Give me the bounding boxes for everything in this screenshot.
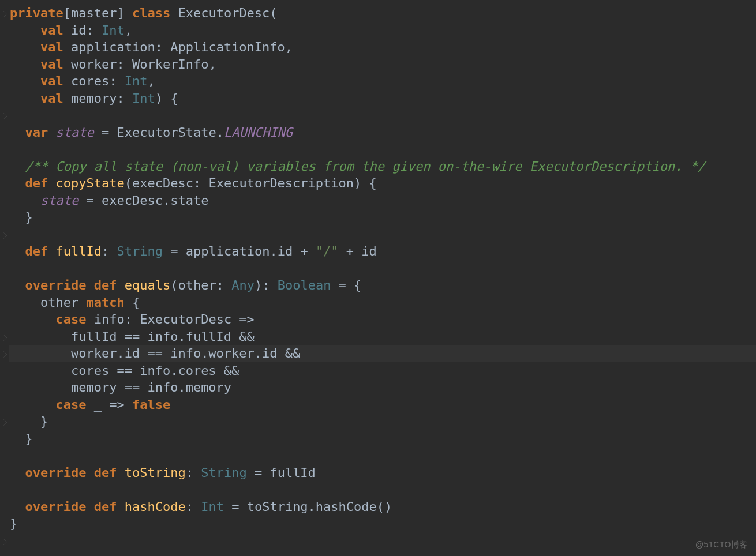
gutter-fold-icon[interactable]	[1, 232, 7, 238]
gutter-fold-icon[interactable]	[1, 538, 7, 544]
code-token	[10, 193, 40, 208]
code-line[interactable]: }	[9, 515, 756, 532]
code-token: worker: WorkerInfo,	[63, 57, 216, 72]
code-line[interactable]: val worker: WorkerInfo,	[9, 56, 756, 73]
code-token: private	[10, 6, 63, 20]
code-token: :	[186, 465, 201, 480]
code-token	[10, 91, 40, 106]
code-token: def	[25, 176, 48, 190]
code-area[interactable]: private[master] class ExecutorDesc( val …	[9, 0, 756, 532]
code-token: match	[86, 295, 124, 310]
code-token: ,	[147, 74, 155, 88]
code-token: = fullId	[247, 465, 316, 480]
code-token: ) {	[155, 91, 178, 106]
code-line[interactable]: def copyState(execDesc: ExecutorDescript…	[9, 175, 756, 192]
code-token: state	[56, 125, 94, 140]
code-token: id:	[63, 23, 102, 37]
code-token	[117, 278, 124, 292]
code-token	[10, 40, 40, 54]
code-token: application: ApplicationInfo,	[63, 40, 293, 54]
code-token: "/"	[316, 244, 339, 258]
code-token: String	[201, 465, 246, 480]
code-line[interactable]	[9, 141, 756, 158]
code-token: val	[40, 91, 63, 106]
code-line[interactable]: memory == info.memory	[9, 379, 756, 396]
code-line[interactable]: worker.id == info.worker.id &&	[9, 345, 756, 362]
editor-gutter	[0, 0, 9, 532]
code-token: ,	[125, 23, 132, 37]
code-line[interactable]: other match {	[9, 294, 756, 311]
code-line[interactable]	[9, 447, 756, 464]
code-token	[10, 125, 25, 140]
code-line[interactable]: private[master] class ExecutorDesc(	[9, 5, 756, 22]
code-line[interactable]: val application: ApplicationInfo,	[9, 39, 756, 56]
code-line[interactable]: }	[9, 209, 756, 226]
code-token: ):	[255, 278, 278, 292]
code-token: toString	[125, 465, 186, 480]
code-token: }	[10, 516, 17, 531]
code-token: fullId	[56, 244, 102, 258]
code-token: Int	[132, 91, 155, 106]
code-line[interactable]	[9, 260, 756, 277]
code-token: }	[10, 210, 33, 224]
code-token: Int	[201, 499, 224, 514]
code-token	[10, 278, 25, 292]
gutter-fold-icon[interactable]	[1, 11, 7, 17]
code-token: [master]	[63, 6, 132, 20]
code-token: = ExecutorState.	[94, 125, 224, 140]
code-token: hashCode	[125, 499, 186, 514]
code-token	[10, 159, 25, 174]
code-line[interactable]: override def toString: String = fullId	[9, 464, 756, 482]
code-token: case	[55, 397, 86, 412]
code-token	[10, 176, 25, 190]
code-line[interactable]: cores == info.cores &&	[9, 362, 756, 380]
code-line[interactable]	[9, 107, 756, 124]
code-line[interactable]: state = execDesc.state	[9, 192, 756, 209]
code-token	[10, 312, 55, 326]
code-line[interactable]: }	[9, 430, 756, 448]
code-line[interactable]: }	[9, 413, 756, 430]
code-token: {	[125, 295, 140, 310]
code-token	[48, 244, 55, 258]
code-line[interactable]: override def hashCode: Int = toString.ha…	[9, 498, 756, 516]
code-token: copyState	[56, 176, 125, 190]
code-token: + id	[339, 244, 377, 258]
code-token: :	[102, 244, 117, 258]
code-token: LAUNCHING	[224, 125, 293, 140]
code-token	[117, 465, 124, 480]
code-token: cores == info.cores &&	[10, 363, 239, 378]
code-token	[10, 499, 25, 514]
code-line[interactable]	[9, 481, 756, 498]
code-token	[48, 176, 55, 190]
code-line[interactable]: fullId == info.fullId &&	[9, 328, 756, 345]
code-token: false	[132, 397, 170, 412]
code-line[interactable]: val memory: Int) {	[9, 90, 756, 107]
code-line[interactable]: val cores: Int,	[9, 73, 756, 90]
code-editor[interactable]: private[master] class ExecutorDesc( val …	[0, 0, 756, 532]
gutter-fold-icon[interactable]	[1, 419, 7, 426]
code-token: memory:	[63, 91, 132, 106]
code-line[interactable]: override def equals(other: Any): Boolean…	[9, 277, 756, 294]
code-token: cores:	[63, 74, 125, 88]
code-line[interactable]: /** Copy all state (non-val) variables f…	[9, 158, 756, 175]
code-token	[117, 499, 124, 514]
code-token	[10, 465, 25, 480]
code-token: ExecutorDesc(	[170, 6, 277, 20]
code-token: case	[55, 312, 86, 326]
code-token: state	[40, 193, 78, 208]
code-token: var	[25, 125, 48, 140]
code-line[interactable]: case _ => false	[9, 396, 756, 414]
code-line[interactable]: val id: Int,	[9, 22, 756, 39]
gutter-fold-icon[interactable]	[1, 334, 7, 340]
code-token: }	[10, 431, 33, 446]
code-token: override def	[25, 499, 117, 514]
code-line[interactable]: var state = ExecutorState.LAUNCHING	[9, 124, 756, 141]
code-line[interactable]	[9, 226, 756, 243]
gutter-fold-icon[interactable]	[1, 351, 7, 358]
code-token: Boolean	[278, 278, 331, 292]
code-line[interactable]: def fullId: String = application.id + "/…	[9, 243, 756, 260]
code-line[interactable]: case info: ExecutorDesc =>	[9, 311, 756, 328]
gutter-fold-icon[interactable]	[1, 113, 7, 119]
code-token: = application.id +	[163, 244, 316, 258]
code-token: _ =>	[86, 397, 132, 412]
